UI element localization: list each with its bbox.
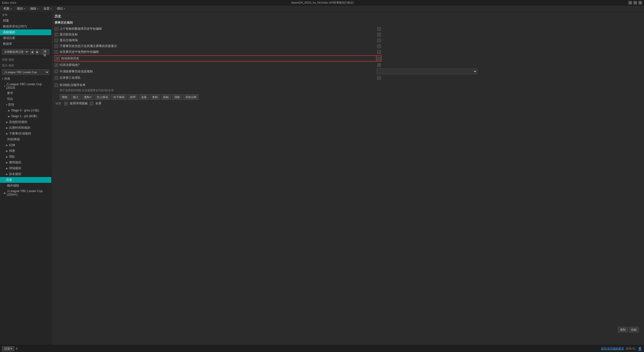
minimize-button[interactable]: ─: [628, 1, 632, 5]
right-checkbox-6[interactable]: [377, 57, 381, 60]
checkbox-opt9[interactable]: [55, 76, 58, 80]
option-row-6-highlighted: 自动添加历史: [55, 55, 377, 62]
btn-remove[interactable]: 去除: [139, 94, 149, 100]
btn-add[interactable]: 增加: [60, 94, 70, 100]
sidebar-item-tournament-2023-label: J.League YBC Levain Cup (2023): [6, 82, 49, 90]
sidebar-item-list[interactable]: ▾ 列表: [0, 76, 51, 82]
checkbox-third-team[interactable]: [55, 83, 58, 87]
tournament-dropdown[interactable]: J.League YBC Levain Cup: [2, 69, 49, 75]
right-col-6: [377, 55, 382, 62]
right-checkbox-5[interactable]: [377, 50, 381, 54]
tree-arrow-stage1: ▶: [8, 115, 10, 118]
save-discard-link[interactable]: 保存/丢弃规则更变: [601, 347, 624, 350]
menu-rules[interactable]: 规则 ▾: [14, 6, 28, 12]
btn-right-copy[interactable]: 复制: [618, 327, 628, 332]
menu-debug-arrow: ▾: [64, 8, 65, 10]
menu-debug[interactable]: 调试 ▾: [54, 6, 68, 12]
sidebar-item-team[interactable]: ▶ 球队: [0, 154, 51, 160]
sidebar-item-tournament-2024[interactable]: ▶ J.League YBC Levain Cup (2024+): [0, 189, 51, 197]
right-col-2: [377, 32, 382, 37]
sidebar-item-match[interactable]: ▶ 球赛: [0, 148, 51, 154]
btn-copy-with-arrow[interactable]: 复制 ▾: [82, 94, 94, 100]
menu-edit[interactable]: 编辑 ▾: [28, 6, 41, 12]
sidebar-item-stage0[interactable]: ▶ Stage 0 - grou (小组): [0, 108, 51, 113]
sidebar-item-sub-event-label: 子赛事/区域规则: [9, 131, 31, 136]
right-checkbox-4[interactable]: [377, 45, 381, 48]
checkbox-opt3[interactable]: [55, 39, 58, 42]
nav-prev-button[interactable]: ◀: [30, 49, 34, 55]
tree-arrow-fee-rules: ▶: [6, 161, 8, 164]
user-icon: 👤: [638, 347, 642, 351]
content-area: 历史 赛事历史规则 上个有效的数据库历史年份偏移 显示阶段名称: [52, 12, 644, 345]
sidebar-item-database[interactable]: 数据库: [0, 41, 51, 47]
right-col-1: [377, 26, 382, 32]
right-checkbox-3[interactable]: [377, 39, 381, 42]
checkbox-use-detail[interactable]: [64, 102, 68, 105]
checkbox-opt7[interactable]: [55, 63, 58, 67]
or-panel-row: 或者 使用详情面板 全屏: [56, 101, 641, 106]
menu-settings-label: 设置: [44, 7, 50, 11]
menu-file[interactable]: 档案 ▾: [1, 6, 14, 12]
sidebar-item-test-match[interactable]: 测试比赛: [0, 35, 51, 41]
btn-paste[interactable]: 粘贴: [161, 94, 171, 100]
user-info: 副游+比: [626, 347, 636, 350]
right-checkbox-1[interactable]: [377, 27, 381, 31]
checkbox-opt2[interactable]: [55, 33, 58, 36]
btn-move-up[interactable]: 向上移动: [95, 94, 110, 100]
checkbox-opt5[interactable]: [55, 50, 58, 54]
checkbox-opt6[interactable]: [56, 57, 60, 60]
btn-clear[interactable]: 清除: [172, 94, 182, 100]
right-checkbox-9[interactable]: [377, 76, 381, 80]
checkbox-fullscreen[interactable]: [90, 102, 93, 105]
sidebar-item-sub-event[interactable]: ▶ 子赛事/区域规则: [0, 131, 51, 137]
close-button[interactable]: ✕: [638, 1, 642, 5]
sidebar-display-rules-header: 显示-规则: [0, 63, 51, 68]
bottom-bar: 过滤 ▾ Ir 保存/丢弃规则更变 副游+比 👤: [0, 345, 644, 352]
sidebar-item-fee-rules[interactable]: ▶ 费用规则: [0, 160, 51, 165]
right-checkbox-2[interactable]: [377, 33, 381, 36]
btn-duplicate[interactable]: 复制: [150, 94, 160, 100]
btn-add-comment[interactable]: 添加注释: [183, 94, 199, 100]
sidebar-item-stage1[interactable]: ▶ Stage 1 - pl2 (杯赛): [0, 113, 51, 119]
toolbar: 增加 插入 复制 ▾ 向上移动 向下移动 排序 去除 复制 粘贴 清除 添加注释: [60, 94, 641, 100]
checkbox-opt8[interactable]: [55, 70, 58, 73]
option-row-3: 显示主场球场: [55, 37, 377, 43]
sidebar-item-promotion[interactable]: 升级/降级: [0, 137, 51, 142]
recent-dropdown[interactable]: 近期数据库记录: [2, 49, 29, 55]
right-col-9: [377, 75, 382, 81]
sidebar-item-match-time[interactable]: ▶ 比赛时间和规则: [0, 125, 51, 131]
btn-sort[interactable]: 排序: [128, 94, 138, 100]
sidebar-item-archive[interactable]: 档案: [0, 18, 51, 24]
sidebar-item-stadium-rules-label: 球场规则: [9, 166, 21, 170]
maximize-button[interactable]: □: [633, 1, 637, 5]
checkbox-opt4[interactable]: [55, 45, 58, 48]
filter-button[interactable]: 过滤 ▾: [2, 346, 14, 351]
sidebar-item-stages[interactable]: ▾ 阶段: [0, 102, 51, 108]
option-row-2: 显示阶段名称: [55, 32, 377, 37]
sidebar-item-discipline[interactable]: ▶ 纪律: [0, 142, 51, 148]
sidebar-item-general[interactable]: 综合: [0, 96, 51, 102]
sidebar-item-team-label: 球队: [9, 155, 15, 159]
sidebar-item-requirements[interactable]: 要求: [0, 90, 51, 96]
sidebar-item-stage0-label: Stage 0 - grou (小组): [11, 108, 39, 113]
nav-next-button[interactable]: ▶: [35, 49, 39, 55]
option-label-8: 不清除赛事历史信息规则: [60, 69, 93, 74]
btn-move-down[interactable]: 向下移动: [111, 94, 127, 100]
sidebar-item-history[interactable]: 历史: [0, 177, 51, 183]
clear-button[interactable]: 清除: [41, 49, 49, 55]
sidebar-item-ranking-rules[interactable]: ▶ 排名规则: [0, 171, 51, 177]
checkbox-opt1[interactable]: [55, 27, 58, 31]
history-info-dropdown[interactable]: [377, 69, 477, 74]
sidebar-item-tournament-2023[interactable]: ▾ J.League YBC Levain Cup (2023): [0, 82, 51, 90]
sidebar-item-stage1-label: Stage 1 - pl2 (杯赛): [11, 114, 37, 118]
sidebar-item-advanced-rules[interactable]: 高级规则: [0, 29, 51, 35]
btn-right-paste[interactable]: 粘贴: [629, 327, 639, 332]
sidebar-item-db-changes[interactable]: 数据库变化(1507): [0, 24, 51, 29]
sidebar-item-other-stages[interactable]: ▶ 其他阶段规则: [0, 119, 51, 125]
btn-insert[interactable]: 插入: [71, 94, 81, 100]
sidebar-item-stadium-rules[interactable]: ▶ 球场规则: [0, 165, 51, 171]
right-checkbox-7[interactable]: [377, 63, 381, 67]
tree-arrow-stages: ▾: [6, 103, 7, 106]
menu-settings[interactable]: 设置 ▾: [41, 6, 54, 12]
sidebar-item-extra[interactable]: 额外辅助: [0, 183, 51, 189]
